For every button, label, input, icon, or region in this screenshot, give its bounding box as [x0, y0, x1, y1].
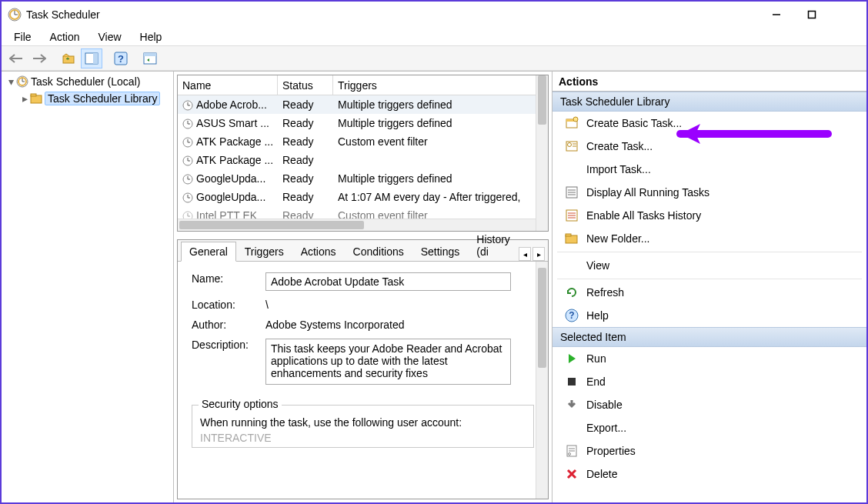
svg-text:?: ? [569, 310, 574, 321]
folder-icon [563, 230, 580, 247]
tab-conditions[interactable]: Conditions [345, 242, 412, 261]
action-delete[interactable]: Delete [553, 462, 866, 486]
security-legend: Security options [199, 398, 282, 410]
svg-text:?: ? [118, 53, 124, 65]
svg-point-42 [573, 117, 578, 122]
clock-icon [182, 192, 193, 203]
blank-icon [563, 419, 580, 436]
tab-general[interactable]: General [181, 242, 236, 262]
stop-icon [563, 373, 580, 390]
action-view[interactable]: View [553, 254, 866, 277]
table-row[interactable]: GoogleUpda... Ready Multiple triggers de… [178, 169, 548, 188]
action-refresh[interactable]: Refresh [553, 281, 866, 304]
clock-icon [182, 155, 193, 166]
col-name[interactable]: Name [178, 75, 278, 95]
action-help[interactable]: ? Help [553, 304, 866, 327]
tab-triggers[interactable]: Triggers [236, 242, 292, 261]
tab-right-arrow[interactable]: ▸ [532, 247, 545, 261]
details-body: Name: Location: \ Author: Adobe Systems … [178, 262, 548, 499]
svg-rect-5 [809, 12, 816, 18]
menu-view[interactable]: View [88, 29, 130, 45]
action-create-task[interactable]: Create Task... [553, 135, 866, 158]
action-pane-toggle[interactable] [81, 48, 102, 68]
label-location: Location: [192, 299, 265, 311]
label-description: Description: [192, 339, 265, 385]
menu-help[interactable]: Help [131, 29, 172, 45]
back-button[interactable] [5, 48, 27, 68]
properties-icon [563, 442, 580, 459]
forward-button[interactable] [28, 48, 50, 68]
tree-library[interactable]: ▸ Task Scheduler Library [3, 90, 172, 107]
table-row[interactable]: GoogleUpda... Ready At 1:07 AM every day… [178, 188, 548, 206]
task-name-field[interactable] [265, 272, 511, 291]
tab-history[interactable]: History (di [468, 229, 519, 261]
action-import-task[interactable]: Import Task... [553, 158, 866, 181]
col-triggers[interactable]: Triggers [333, 75, 548, 95]
action-run[interactable]: Run [553, 347, 866, 370]
action-export[interactable]: Export... [553, 416, 866, 439]
disable-icon [563, 396, 580, 413]
app-icon [8, 8, 22, 22]
actions-header: Actions [553, 72, 866, 92]
action-end[interactable]: End [553, 370, 866, 393]
svg-rect-12 [144, 53, 156, 56]
vscrollbar[interactable] [536, 262, 548, 499]
console-tree-toggle[interactable] [139, 48, 161, 68]
menu-action[interactable]: Action [41, 29, 89, 45]
svg-rect-6 [63, 56, 74, 63]
clock-icon [182, 118, 193, 129]
action-create-basic-task[interactable]: Create Basic Task... [553, 112, 866, 135]
maximize-button[interactable] [794, 2, 830, 28]
action-new-folder[interactable]: New Folder... [553, 227, 866, 250]
window-title: Task Scheduler [26, 8, 100, 21]
help-icon: ? [563, 307, 580, 324]
label-name: Name: [192, 272, 265, 291]
delete-icon [563, 466, 580, 482]
tabstrip: General Triggers Actions Conditions Sett… [178, 240, 548, 262]
svg-rect-56 [566, 234, 571, 236]
vscrollbar[interactable] [536, 75, 548, 231]
col-status[interactable]: Status [278, 75, 333, 95]
expand-icon[interactable]: ▾ [6, 75, 15, 88]
wizard-icon [563, 115, 580, 132]
tab-actions[interactable]: Actions [292, 242, 345, 261]
section-selected: Selected Item [553, 327, 866, 347]
tree-pane: ▾ Task Scheduler (Local) ▸ Task Schedule… [2, 71, 174, 502]
task-details: General Triggers Actions Conditions Sett… [177, 239, 549, 499]
history-icon [563, 207, 580, 224]
help-button[interactable]: ? [110, 48, 132, 68]
task-desc-field[interactable] [265, 339, 511, 385]
toolbar: ? [2, 46, 866, 71]
section-library: Task Scheduler Library [553, 92, 866, 112]
tab-left-arrow[interactable]: ◂ [519, 247, 531, 261]
table-row[interactable]: ASUS Smart ... Ready Multiple triggers d… [178, 114, 548, 132]
middle-pane: Name Status Triggers Adobe Acrob... Read… [174, 71, 553, 502]
action-disable[interactable]: Disable [553, 393, 866, 416]
table-row[interactable]: ATK Package ... Ready Custom event filte… [178, 132, 548, 151]
refresh-icon [563, 284, 580, 301]
expand-icon[interactable]: ▸ [20, 92, 29, 105]
clock-icon [182, 174, 193, 185]
task-icon [563, 138, 580, 155]
table-row[interactable]: ATK Package ... Ready [178, 151, 548, 169]
tab-settings[interactable]: Settings [412, 242, 469, 261]
action-display-running[interactable]: Display All Running Tasks [553, 181, 866, 204]
list-icon [563, 184, 580, 201]
tree-root[interactable]: ▾ Task Scheduler (Local) [3, 73, 172, 90]
action-properties[interactable]: Properties [553, 439, 866, 462]
blank-icon [563, 257, 580, 274]
tree-library-label: Task Scheduler Library [45, 92, 160, 105]
menubar: File Action View Help [2, 28, 866, 46]
svg-rect-59 [568, 378, 576, 386]
table-row[interactable]: Adobe Acrob... Ready Multiple triggers d… [178, 95, 548, 114]
table-header: Name Status Triggers [178, 75, 548, 95]
task-table: Name Status Triggers Adobe Acrob... Read… [177, 75, 549, 232]
menu-file[interactable]: File [5, 29, 41, 45]
action-enable-history[interactable]: Enable All Tasks History [553, 204, 866, 227]
blank-icon [563, 161, 580, 178]
up-folder-button[interactable] [58, 48, 79, 68]
minimize-button[interactable] [759, 2, 794, 28]
folder-icon [29, 92, 43, 105]
play-icon [563, 350, 580, 367]
svg-rect-18 [31, 94, 36, 96]
